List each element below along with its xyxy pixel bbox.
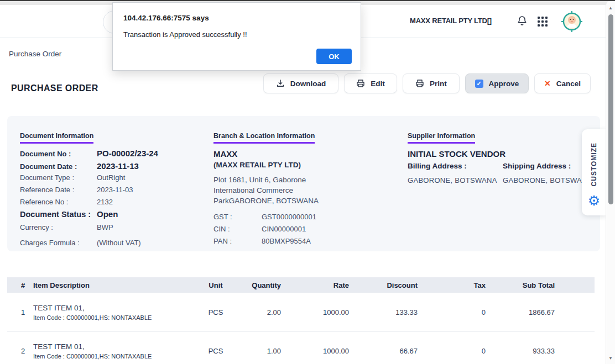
edit-button[interactable]: Edit xyxy=(344,73,397,93)
col-header-sub-total: Sub Total xyxy=(486,281,555,289)
field-label: Document Date : xyxy=(20,162,97,171)
row-index: 1 xyxy=(21,308,33,316)
gst-row: GST : GST0000000001 xyxy=(213,213,402,221)
billing-address-label: Billing Address : xyxy=(408,162,503,170)
quantity-cell: 2.00 xyxy=(232,308,281,316)
field-label: Document Type : xyxy=(20,173,97,182)
items-table: # Item Description Unit Quantity Rate Di… xyxy=(7,277,595,364)
supplier-name: INITIAL STOCK VENDOR xyxy=(408,149,600,159)
item-code: Item Code : C00000001,HS: NONTAXABLE xyxy=(33,314,199,321)
ok-button[interactable]: OK xyxy=(316,49,352,64)
sub-total-cell: 1866.67 xyxy=(486,308,555,316)
section-heading: Supplier Information xyxy=(408,132,475,144)
browser-alert-dialog: 104.42.176.66:7575 says Transaction is A… xyxy=(112,2,361,71)
item-description-cell: TEST ITEM 01, Item Code : C00000001,HS: … xyxy=(33,304,199,321)
branch-address: Plot 1681, Unit 6, Gaborone Internationa… xyxy=(213,175,320,206)
field-value: OutRight xyxy=(97,173,125,182)
download-label: Download xyxy=(290,80,326,88)
ref-date-row: Reference Date : 2023-11-03 xyxy=(20,186,211,194)
supplier-addresses: Billing Address : GABORONE, BOTSWANA Shi… xyxy=(408,162,600,184)
branch-location-section: Branch & Location Information MAXX (MAXX… xyxy=(213,130,402,249)
col-header-tax: Tax xyxy=(418,281,486,289)
purchase-order-page: MAXX RETAIL PTY LTD[] xyxy=(0,0,615,364)
apps-grid-icon[interactable] xyxy=(538,17,548,27)
field-label: PAN : xyxy=(213,237,262,245)
table-row: 2 TEST ITEM 01, Item Code : C00000001,HS… xyxy=(7,331,595,364)
breadcrumb: Purchase Order xyxy=(9,50,61,58)
field-value: Open xyxy=(97,209,118,219)
customize-tab[interactable]: CUSTOMIZE ⚙ xyxy=(582,129,606,215)
branch-tax-ids: GST : GST0000000001 CIN : CIN00000001 PA… xyxy=(213,213,402,245)
field-label: Currency : xyxy=(20,223,97,231)
scrollbar-thumb[interactable] xyxy=(608,14,613,204)
customize-label: CUSTOMIZE xyxy=(590,143,598,186)
table-header-row: # Item Description Unit Quantity Rate Di… xyxy=(7,277,595,293)
section-heading: Branch & Location Information xyxy=(213,132,315,144)
checkbox-check-icon: ✓ xyxy=(475,80,483,88)
document-information-section: Document Information Document No : PO-00… xyxy=(20,130,211,247)
field-value: 2023-11-13 xyxy=(97,161,139,171)
print-button[interactable]: Print xyxy=(403,73,460,93)
col-header-rate: Rate xyxy=(281,281,349,289)
approve-label: Approve xyxy=(489,80,519,88)
scroll-up-arrow-icon[interactable]: ▲ xyxy=(606,6,615,10)
item-name: TEST ITEM 01, xyxy=(33,342,199,351)
tax-cell: 0 xyxy=(418,308,486,316)
billing-address-block: Billing Address : GABORONE, BOTSWANA xyxy=(408,162,503,184)
field-label: GST : xyxy=(213,213,262,221)
rate-cell: 1000.00 xyxy=(281,308,349,316)
field-label: CIN : xyxy=(213,225,262,233)
field-value: PO-00002/23-24 xyxy=(97,149,158,158)
field-value: 2023-11-03 xyxy=(97,186,133,194)
field-value: (Without VAT) xyxy=(97,239,141,247)
rate-cell: 1000.00 xyxy=(281,347,349,355)
doc-no-row: Document No : PO-00002/23-24 xyxy=(20,149,211,158)
dialog-message: Transaction is Approved successfully !! xyxy=(123,30,247,39)
field-label: Document Status : xyxy=(20,210,97,219)
cin-row: CIN : CIN00000001 xyxy=(213,225,402,233)
field-value: CIN00000001 xyxy=(262,225,306,233)
table-row: 1 TEST ITEM 01, Item Code : C00000001,HS… xyxy=(7,293,595,331)
ref-no-row: Reference No : 2132 xyxy=(20,198,211,206)
field-value: 80BMXP9554A xyxy=(262,237,311,245)
scroll-down-arrow-icon[interactable]: ▼ xyxy=(606,356,615,361)
supplier-section: Supplier Information INITIAL STOCK VENDO… xyxy=(408,130,600,184)
field-value: GST0000000001 xyxy=(262,213,316,221)
pan-row: PAN : 80BMXP9554A xyxy=(213,237,402,245)
doc-date-row: Document Date : 2023-11-13 xyxy=(20,161,211,171)
download-icon xyxy=(276,79,285,88)
download-button[interactable]: Download xyxy=(263,73,338,93)
field-value: 2132 xyxy=(97,198,113,206)
discount-cell: 66.67 xyxy=(349,347,418,355)
branch-legal-name: (MAXX RETAIL PTY LTD) xyxy=(213,161,402,169)
cancel-label: Cancel xyxy=(556,80,581,88)
item-name: TEST ITEM 01, xyxy=(33,304,199,312)
company-name: MAXX RETAIL PTY LTD[] xyxy=(410,17,492,25)
col-header-discount: Discount xyxy=(349,281,418,289)
edit-label: Edit xyxy=(371,80,385,88)
document-info-card: Document Information Document No : PO-00… xyxy=(7,116,600,251)
field-label: Charges Formula : xyxy=(20,239,97,247)
printer-icon xyxy=(415,79,424,88)
item-description-cell: TEST ITEM 01, Item Code : C00000001,HS: … xyxy=(33,342,199,360)
vertical-scrollbar[interactable]: ▲ ▼ xyxy=(606,1,615,364)
approve-button[interactable]: ✓ Approve xyxy=(465,73,529,93)
printer-icon xyxy=(356,79,365,88)
col-header-index: # xyxy=(21,281,33,289)
col-header-item-description: Item Description xyxy=(33,281,199,289)
branch-name: MAXX xyxy=(213,149,402,159)
x-icon: ✕ xyxy=(544,80,551,87)
doc-type-row: Document Type : OutRight xyxy=(20,173,211,182)
notifications-bell-icon[interactable] xyxy=(517,14,528,27)
section-heading: Document Information xyxy=(20,132,93,144)
billing-address-value: GABORONE, BOTSWANA xyxy=(408,176,503,184)
item-code: Item Code : C00000001,HS: NONTAXABLE xyxy=(33,353,199,360)
dialog-title: 104.42.176.66:7575 says xyxy=(123,14,209,22)
sub-total-cell: 933.33 xyxy=(486,347,555,355)
row-index: 2 xyxy=(21,347,33,355)
discount-cell: 133.33 xyxy=(349,308,418,316)
user-avatar[interactable] xyxy=(561,10,583,33)
cancel-button[interactable]: ✕ Cancel xyxy=(534,73,591,93)
gear-icon[interactable]: ⚙ xyxy=(588,194,600,208)
field-value: BWP xyxy=(97,223,113,231)
